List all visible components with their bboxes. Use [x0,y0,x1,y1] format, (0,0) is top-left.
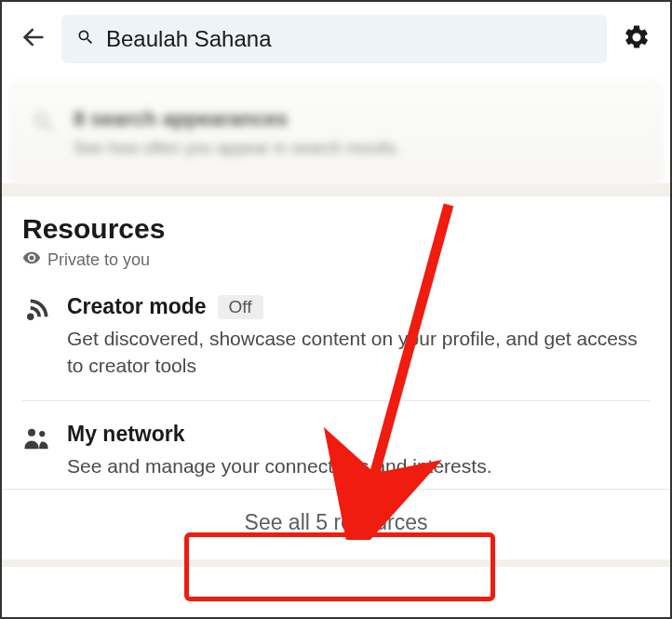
resource-title: My network [67,422,185,447]
svg-point-3 [39,431,45,437]
svg-point-2 [28,429,35,437]
section-divider [2,183,670,196]
see-all-resources-button[interactable]: See all 5 resources [2,489,670,559]
resource-title: Creator mode [67,294,207,319]
search-icon [76,28,95,50]
resource-description: See and manage your connections and inte… [67,452,650,479]
see-all-label: See all 5 resources [245,510,428,534]
promo-subtitle: See how often you appear in search resul… [74,139,641,158]
section-title: Resources [22,213,650,245]
privacy-label: Private to you [47,250,150,270]
search-appearances-card[interactable]: 8 search appearances See how often you a… [9,82,663,183]
svg-point-1 [27,314,34,321]
search-icon [31,109,57,135]
status-badge: Off [218,295,263,319]
eye-icon [22,249,41,272]
resource-description: Get discovered, showcase content on your… [67,325,650,380]
resources-section: Resources Private to you Creator mode Of… [2,196,670,489]
search-input[interactable]: Beaulah Sahana [61,15,607,63]
header-bar: Beaulah Sahana [2,2,670,76]
resource-item-creator-mode[interactable]: Creator mode Off Get discovered, showcas… [22,294,650,401]
gear-icon [623,23,651,55]
search-text: Beaulah Sahana [106,26,272,52]
promo-title: 8 search appearances [74,107,641,131]
section-divider [2,559,670,567]
back-arrow-icon [20,24,47,54]
broadcast-icon [22,297,50,325]
back-button[interactable] [19,24,48,54]
people-icon [22,424,50,452]
settings-button[interactable] [620,22,653,56]
resource-item-my-network[interactable]: My network See and manage your connectio… [22,422,650,489]
privacy-indicator: Private to you [22,249,650,272]
